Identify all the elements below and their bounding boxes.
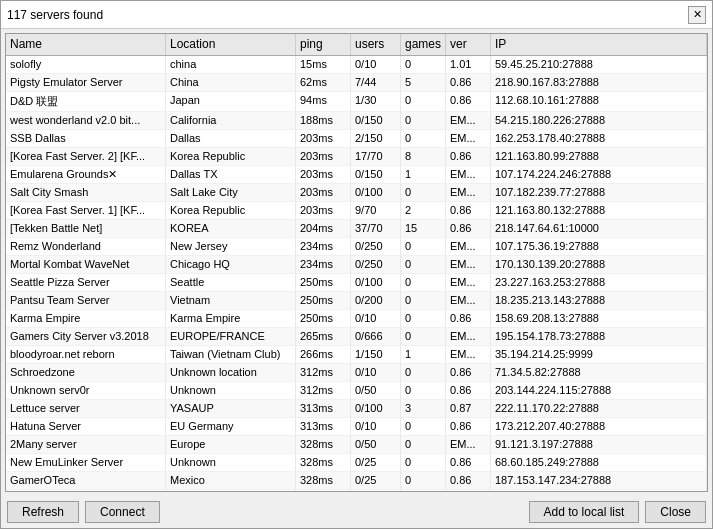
- column-header-ip[interactable]: IP: [491, 34, 707, 55]
- table-cell-name: D&D 联盟: [6, 92, 166, 111]
- table-cell-ip: 71.34.5.82:27888: [491, 364, 707, 381]
- footer-close-button[interactable]: Close: [645, 501, 706, 523]
- table-cell-users: 0/150: [351, 112, 401, 129]
- table-row[interactable]: Remz WonderlandNew Jersey234ms0/2500EM..…: [6, 238, 707, 256]
- table-cell-ping: 15ms: [296, 56, 351, 73]
- table-row[interactable]: west wonderland v2.0 bit...California188…: [6, 112, 707, 130]
- table-cell-ip: 170.130.139.20:27888: [491, 256, 707, 273]
- table-cell-users: 0/50: [351, 436, 401, 453]
- table-row[interactable]: Mortal Kombat WaveNetChicago HQ234ms0/25…: [6, 256, 707, 274]
- table-row[interactable]: Unknown serv0rUnknown312ms0/5000.86203.1…: [6, 382, 707, 400]
- table-row[interactable]: Pantsu Team ServerVietnam250ms0/2000EM..…: [6, 292, 707, 310]
- table-cell-ping: 313ms: [296, 418, 351, 435]
- window-close-button[interactable]: ✕: [688, 6, 706, 24]
- table-cell-games: 1: [401, 346, 446, 363]
- table-cell-users: 0/25: [351, 472, 401, 489]
- table-row[interactable]: Karma EmpireKarma Empire250ms0/1000.8615…: [6, 310, 707, 328]
- table-cell-location: China: [166, 74, 296, 91]
- table-cell-ver: EM...: [446, 346, 491, 363]
- table-row[interactable]: bloodyroar.net rebornTaiwan (Vietnam Clu…: [6, 346, 707, 364]
- table-row[interactable]: D&D 联盟Japan94ms1/3000.86112.68.10.161:27…: [6, 92, 707, 112]
- table-cell-location: Europe: [166, 436, 296, 453]
- table-cell-games: 1: [401, 166, 446, 183]
- table-row[interactable]: [Korea Fast Server. 2] [KF...Korea Repub…: [6, 148, 707, 166]
- refresh-button[interactable]: Refresh: [7, 501, 79, 523]
- table-cell-ver: 0.86: [446, 418, 491, 435]
- table-cell-users: 0/10: [351, 56, 401, 73]
- table-cell-ping: 250ms: [296, 274, 351, 291]
- table-cell-ping: 203ms: [296, 148, 351, 165]
- table-cell-ip: 59.45.25.210:27888: [491, 56, 707, 73]
- table-cell-location: Vietnam: [166, 292, 296, 309]
- table-cell-ver: EM...: [446, 490, 491, 491]
- table-cell-name: New EmuLinker Server: [6, 454, 166, 471]
- table-cell-users: 0/250: [351, 238, 401, 255]
- table-cell-ping: 343ms: [296, 490, 351, 491]
- table-cell-ver: 0.86: [446, 92, 491, 111]
- table-row[interactable]: Hatuna ServerEU Germany313ms0/1000.86173…: [6, 418, 707, 436]
- table-row[interactable]: New EmuLinker ServerUnknown328ms0/2500.8…: [6, 454, 707, 472]
- table-cell-ver: 0.87: [446, 400, 491, 417]
- column-header-users[interactable]: users: [351, 34, 401, 55]
- column-header-name[interactable]: Name: [6, 34, 166, 55]
- table-cell-users: 1/30: [351, 92, 401, 111]
- table-row[interactable]: Pigsty Emulator ServerChina62ms7/4450.86…: [6, 74, 707, 92]
- table-cell-name: Mortal Kombat WaveNet: [6, 256, 166, 273]
- table-row[interactable]: soloflychina15ms0/1001.0159.45.25.210:27…: [6, 56, 707, 74]
- table-cell-games: 0: [401, 418, 446, 435]
- table-cell-name: Pigsty Emulator Server: [6, 74, 166, 91]
- table-cell-users: 0/10: [351, 364, 401, 381]
- table-cell-games: 3: [401, 400, 446, 417]
- table-row[interactable]: Emularena Grounds✕Dallas TX203ms0/1501EM…: [6, 166, 707, 184]
- window-title: 117 servers found: [7, 8, 103, 22]
- table-cell-ip: 195.154.178.73:27888: [491, 328, 707, 345]
- table-cell-name: [Korea Fast Server. 1] [KF...: [6, 202, 166, 219]
- table-cell-ver: 0.86: [446, 382, 491, 399]
- table-row[interactable]: Salt City SmashSalt Lake City203ms0/1000…: [6, 184, 707, 202]
- table-cell-location: Chicago HQ: [166, 256, 296, 273]
- table-row[interactable]: Seattle Pizza ServerSeattle250ms0/1000EM…: [6, 274, 707, 292]
- table-cell-location: EUROPE/FRANCE: [166, 328, 296, 345]
- table-cell-ping: 265ms: [296, 328, 351, 345]
- table-cell-ip: 68.60.185.249:27888: [491, 454, 707, 471]
- table-cell-games: 0: [401, 454, 446, 471]
- table-cell-ping: 203ms: [296, 130, 351, 147]
- table-cell-games: 0: [401, 92, 446, 111]
- column-header-ver[interactable]: ver: [446, 34, 491, 55]
- table-row[interactable]: 2Many serverEurope328ms0/500EM...91.121.…: [6, 436, 707, 454]
- table-cell-name: Karma Empire: [6, 310, 166, 327]
- table-cell-games: 0: [401, 472, 446, 489]
- column-header-location[interactable]: Location: [166, 34, 296, 55]
- table-row[interactable]: GamerOTecaMexico328ms0/2500.86187.153.14…: [6, 472, 707, 490]
- main-window: 117 servers found ✕ NameLocationpinguser…: [0, 0, 713, 529]
- add-to-local-button[interactable]: Add to local list: [529, 501, 640, 523]
- table-cell-ver: 0.86: [446, 364, 491, 381]
- table-cell-ver: EM...: [446, 328, 491, 345]
- column-header-ping[interactable]: ping: [296, 34, 351, 55]
- table-cell-games: 0: [401, 112, 446, 129]
- table-cell-location: Karma Empire: [166, 310, 296, 327]
- table-cell-users: 0/150: [351, 166, 401, 183]
- table-row[interactable]: Lettuce serverYASAUP313ms0/10030.87222.1…: [6, 400, 707, 418]
- table-row[interactable]: Gamers City Server v3.2018EUROPE/FRANCE2…: [6, 328, 707, 346]
- table-cell-games: 5: [401, 74, 446, 91]
- table-cell-games: 0: [401, 292, 446, 309]
- table-cell-games: 0: [401, 364, 446, 381]
- table-cell-ip: 173.212.207.40:27888: [491, 418, 707, 435]
- table-header: NameLocationpingusersgamesverIP: [6, 34, 707, 56]
- table-body[interactable]: soloflychina15ms0/1001.0159.45.25.210:27…: [6, 56, 707, 491]
- table-row[interactable]: SchroedzoneUnknown location312ms0/1000.8…: [6, 364, 707, 382]
- table-row[interactable]: [Korea Fast Server. 1] [KF...Korea Repub…: [6, 202, 707, 220]
- connect-button[interactable]: Connect: [85, 501, 160, 523]
- table-cell-location: EU Germany: [166, 418, 296, 435]
- table-cell-games: 15: [401, 220, 446, 237]
- table-cell-location: Taiwan (Vietnam Club): [166, 346, 296, 363]
- column-header-games[interactable]: games: [401, 34, 446, 55]
- table-cell-name: SSB Dallas: [6, 130, 166, 147]
- table-row[interactable]: PhantasiaFrance343ms0/500EM...145.239.12…: [6, 490, 707, 491]
- table-row[interactable]: SSB DallasDallas203ms2/1500EM...162.253.…: [6, 130, 707, 148]
- server-table: NameLocationpingusersgamesverIP soloflyc…: [5, 33, 708, 492]
- table-cell-ping: 266ms: [296, 346, 351, 363]
- table-row[interactable]: [Tekken Battle Net]KOREA204ms37/70150.86…: [6, 220, 707, 238]
- table-cell-ver: EM...: [446, 166, 491, 183]
